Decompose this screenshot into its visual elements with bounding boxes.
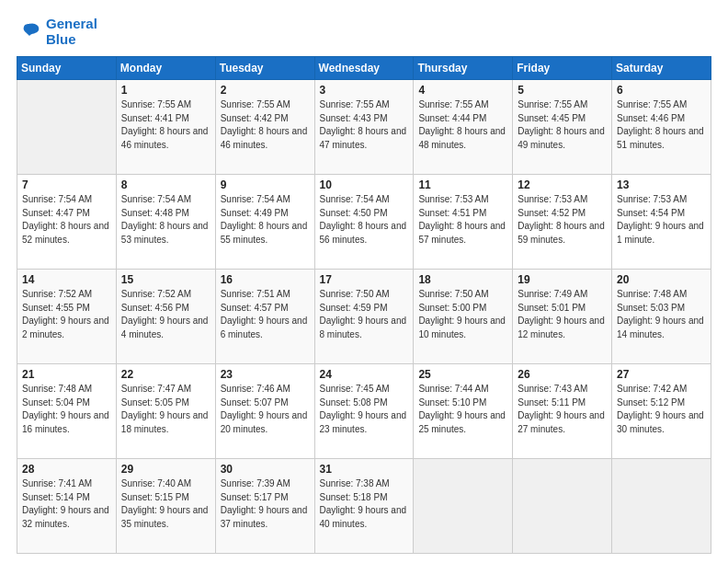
calendar-cell: 29 Sunrise: 7:40 AM Sunset: 5:15 PM Dayl… [116, 459, 215, 554]
day-info: Sunrise: 7:53 AM Sunset: 4:51 PM Dayligh… [418, 193, 507, 247]
day-number: 21 [22, 368, 111, 381]
calendar-cell: 27 Sunrise: 7:42 AM Sunset: 5:12 PM Dayl… [612, 364, 711, 459]
day-info: Sunrise: 7:55 AM Sunset: 4:41 PM Dayligh… [121, 98, 210, 152]
logo: General Blue [17, 17, 97, 47]
calendar-cell: 11 Sunrise: 7:53 AM Sunset: 4:51 PM Dayl… [414, 175, 513, 270]
day-number: 4 [418, 84, 507, 97]
logo-text: General Blue [46, 17, 97, 47]
calendar-cell: 25 Sunrise: 7:44 AM Sunset: 5:10 PM Dayl… [414, 364, 513, 459]
calendar-cell: 13 Sunrise: 7:53 AM Sunset: 4:54 PM Dayl… [612, 175, 711, 270]
day-number: 9 [221, 178, 310, 191]
day-info: Sunrise: 7:55 AM Sunset: 4:45 PM Dayligh… [518, 98, 607, 152]
day-number: 13 [617, 178, 706, 191]
day-number: 27 [617, 368, 706, 381]
day-number: 16 [221, 273, 310, 286]
calendar-cell: 26 Sunrise: 7:43 AM Sunset: 5:11 PM Dayl… [513, 364, 612, 459]
page: General Blue SundayMondayTuesdayWednesda… [0, 0, 728, 563]
weekday-header-friday: Friday [513, 57, 612, 80]
calendar-cell: 14 Sunrise: 7:52 AM Sunset: 4:55 PM Dayl… [17, 270, 117, 364]
day-info: Sunrise: 7:54 AM Sunset: 4:49 PM Dayligh… [221, 193, 310, 247]
day-number: 19 [518, 273, 607, 286]
day-info: Sunrise: 7:55 AM Sunset: 4:42 PM Dayligh… [221, 98, 310, 152]
day-info: Sunrise: 7:44 AM Sunset: 5:10 PM Dayligh… [418, 383, 507, 436]
day-number: 3 [320, 84, 409, 97]
day-number: 5 [518, 84, 607, 97]
day-number: 7 [22, 178, 111, 191]
calendar-cell [414, 459, 513, 554]
day-number: 25 [418, 368, 507, 381]
day-info: Sunrise: 7:41 AM Sunset: 5:14 PM Dayligh… [22, 477, 111, 531]
day-number: 10 [320, 178, 409, 191]
day-number: 14 [22, 273, 111, 286]
weekday-header-sunday: Sunday [17, 57, 117, 80]
calendar-cell: 22 Sunrise: 7:47 AM Sunset: 5:05 PM Dayl… [116, 364, 215, 459]
calendar-cell: 18 Sunrise: 7:50 AM Sunset: 5:00 PM Dayl… [414, 270, 513, 364]
weekday-header-wednesday: Wednesday [314, 57, 414, 80]
day-info: Sunrise: 7:48 AM Sunset: 5:03 PM Dayligh… [617, 288, 706, 341]
day-number: 26 [518, 368, 607, 381]
calendar-cell: 30 Sunrise: 7:39 AM Sunset: 5:17 PM Dayl… [215, 459, 314, 554]
calendar-cell: 1 Sunrise: 7:55 AM Sunset: 4:41 PM Dayli… [116, 80, 215, 175]
day-number: 17 [320, 273, 409, 286]
day-info: Sunrise: 7:52 AM Sunset: 4:56 PM Dayligh… [121, 288, 210, 341]
day-info: Sunrise: 7:54 AM Sunset: 4:47 PM Dayligh… [22, 193, 111, 247]
day-info: Sunrise: 7:55 AM Sunset: 4:46 PM Dayligh… [617, 98, 706, 152]
calendar-cell: 24 Sunrise: 7:45 AM Sunset: 5:08 PM Dayl… [314, 364, 414, 459]
calendar-cell: 6 Sunrise: 7:55 AM Sunset: 4:46 PM Dayli… [612, 80, 711, 175]
day-number: 2 [221, 84, 310, 97]
header: General Blue [17, 17, 711, 47]
calendar-cell: 9 Sunrise: 7:54 AM Sunset: 4:49 PM Dayli… [215, 175, 314, 270]
day-number: 24 [320, 368, 409, 381]
calendar-cell: 2 Sunrise: 7:55 AM Sunset: 4:42 PM Dayli… [215, 80, 314, 175]
day-info: Sunrise: 7:53 AM Sunset: 4:54 PM Dayligh… [617, 193, 706, 247]
day-info: Sunrise: 7:46 AM Sunset: 5:07 PM Dayligh… [221, 383, 310, 436]
calendar-cell: 3 Sunrise: 7:55 AM Sunset: 4:43 PM Dayli… [314, 80, 414, 175]
calendar-cell [17, 80, 117, 175]
calendar-table: SundayMondayTuesdayWednesdayThursdayFrid… [17, 56, 711, 554]
day-info: Sunrise: 7:54 AM Sunset: 4:50 PM Dayligh… [320, 193, 409, 247]
day-number: 15 [121, 273, 210, 286]
day-info: Sunrise: 7:43 AM Sunset: 5:11 PM Dayligh… [518, 383, 607, 436]
day-info: Sunrise: 7:40 AM Sunset: 5:15 PM Dayligh… [121, 477, 210, 531]
calendar-cell: 17 Sunrise: 7:50 AM Sunset: 4:59 PM Dayl… [314, 270, 414, 364]
calendar-cell: 10 Sunrise: 7:54 AM Sunset: 4:50 PM Dayl… [314, 175, 414, 270]
day-number: 30 [221, 463, 310, 476]
day-info: Sunrise: 7:38 AM Sunset: 5:18 PM Dayligh… [320, 477, 409, 531]
day-info: Sunrise: 7:42 AM Sunset: 5:12 PM Dayligh… [617, 383, 706, 436]
day-number: 8 [121, 178, 210, 191]
day-number: 6 [617, 84, 706, 97]
logo-bird-icon [17, 19, 42, 45]
calendar-cell [513, 459, 612, 554]
day-number: 31 [320, 463, 409, 476]
day-number: 23 [221, 368, 310, 381]
day-number: 28 [22, 463, 111, 476]
weekday-header-thursday: Thursday [414, 57, 513, 80]
day-info: Sunrise: 7:50 AM Sunset: 5:00 PM Dayligh… [418, 288, 507, 341]
day-info: Sunrise: 7:39 AM Sunset: 5:17 PM Dayligh… [221, 477, 310, 531]
day-info: Sunrise: 7:55 AM Sunset: 4:43 PM Dayligh… [320, 98, 409, 152]
day-info: Sunrise: 7:51 AM Sunset: 4:57 PM Dayligh… [221, 288, 310, 341]
day-number: 20 [617, 273, 706, 286]
calendar-cell: 5 Sunrise: 7:55 AM Sunset: 4:45 PM Dayli… [513, 80, 612, 175]
weekday-header-tuesday: Tuesday [215, 57, 314, 80]
weekday-header-monday: Monday [116, 57, 215, 80]
day-info: Sunrise: 7:52 AM Sunset: 4:55 PM Dayligh… [22, 288, 111, 341]
calendar-cell: 16 Sunrise: 7:51 AM Sunset: 4:57 PM Dayl… [215, 270, 314, 364]
day-number: 29 [121, 463, 210, 476]
day-info: Sunrise: 7:47 AM Sunset: 5:05 PM Dayligh… [121, 383, 210, 436]
calendar-cell: 7 Sunrise: 7:54 AM Sunset: 4:47 PM Dayli… [17, 175, 117, 270]
day-info: Sunrise: 7:45 AM Sunset: 5:08 PM Dayligh… [320, 383, 409, 436]
day-number: 22 [121, 368, 210, 381]
day-info: Sunrise: 7:50 AM Sunset: 4:59 PM Dayligh… [320, 288, 409, 341]
day-info: Sunrise: 7:55 AM Sunset: 4:44 PM Dayligh… [418, 98, 507, 152]
calendar-cell: 4 Sunrise: 7:55 AM Sunset: 4:44 PM Dayli… [414, 80, 513, 175]
calendar-cell [612, 459, 711, 554]
day-info: Sunrise: 7:53 AM Sunset: 4:52 PM Dayligh… [518, 193, 607, 247]
calendar-cell: 12 Sunrise: 7:53 AM Sunset: 4:52 PM Dayl… [513, 175, 612, 270]
calendar-cell: 19 Sunrise: 7:49 AM Sunset: 5:01 PM Dayl… [513, 270, 612, 364]
calendar-cell: 23 Sunrise: 7:46 AM Sunset: 5:07 PM Dayl… [215, 364, 314, 459]
calendar-cell: 8 Sunrise: 7:54 AM Sunset: 4:48 PM Dayli… [116, 175, 215, 270]
day-number: 11 [418, 178, 507, 191]
day-info: Sunrise: 7:49 AM Sunset: 5:01 PM Dayligh… [518, 288, 607, 341]
calendar-cell: 28 Sunrise: 7:41 AM Sunset: 5:14 PM Dayl… [17, 459, 117, 554]
